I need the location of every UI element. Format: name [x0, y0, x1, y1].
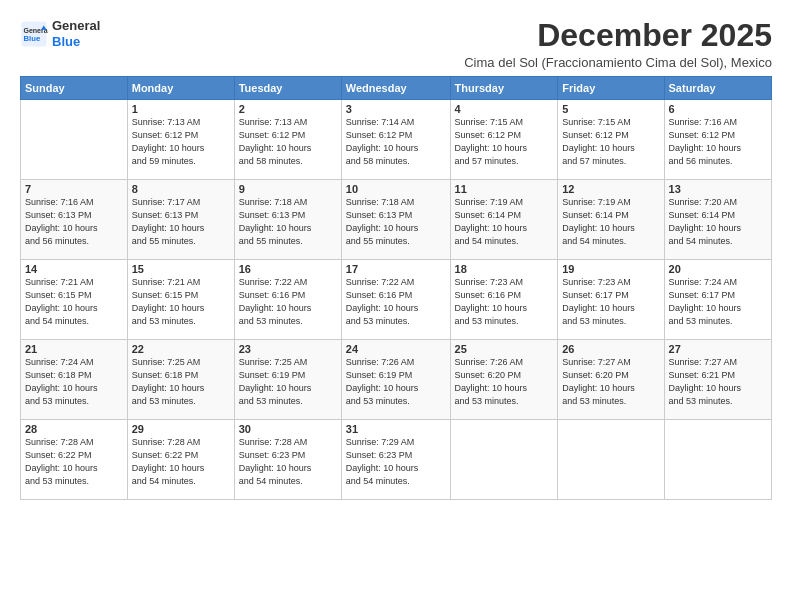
day-info: Sunrise: 7:18 AM Sunset: 6:13 PM Dayligh…	[239, 196, 337, 248]
calendar-cell: 7Sunrise: 7:16 AM Sunset: 6:13 PM Daylig…	[21, 180, 128, 260]
calendar-week-5: 28Sunrise: 7:28 AM Sunset: 6:22 PM Dayli…	[21, 420, 772, 500]
day-info: Sunrise: 7:24 AM Sunset: 6:18 PM Dayligh…	[25, 356, 123, 408]
calendar-cell: 3Sunrise: 7:14 AM Sunset: 6:12 PM Daylig…	[341, 100, 450, 180]
day-number: 27	[669, 343, 767, 355]
day-info: Sunrise: 7:29 AM Sunset: 6:23 PM Dayligh…	[346, 436, 446, 488]
day-header-wednesday: Wednesday	[341, 77, 450, 100]
calendar-cell: 15Sunrise: 7:21 AM Sunset: 6:15 PM Dayli…	[127, 260, 234, 340]
day-info: Sunrise: 7:26 AM Sunset: 6:20 PM Dayligh…	[455, 356, 554, 408]
day-number: 16	[239, 263, 337, 275]
day-info: Sunrise: 7:28 AM Sunset: 6:23 PM Dayligh…	[239, 436, 337, 488]
day-info: Sunrise: 7:27 AM Sunset: 6:21 PM Dayligh…	[669, 356, 767, 408]
day-info: Sunrise: 7:23 AM Sunset: 6:17 PM Dayligh…	[562, 276, 659, 328]
day-number: 23	[239, 343, 337, 355]
calendar-header-row: SundayMondayTuesdayWednesdayThursdayFrid…	[21, 77, 772, 100]
day-header-friday: Friday	[558, 77, 664, 100]
calendar-cell: 31Sunrise: 7:29 AM Sunset: 6:23 PM Dayli…	[341, 420, 450, 500]
calendar-cell	[664, 420, 771, 500]
calendar-week-2: 7Sunrise: 7:16 AM Sunset: 6:13 PM Daylig…	[21, 180, 772, 260]
calendar-cell: 1Sunrise: 7:13 AM Sunset: 6:12 PM Daylig…	[127, 100, 234, 180]
day-info: Sunrise: 7:14 AM Sunset: 6:12 PM Dayligh…	[346, 116, 446, 168]
calendar-cell: 14Sunrise: 7:21 AM Sunset: 6:15 PM Dayli…	[21, 260, 128, 340]
day-info: Sunrise: 7:20 AM Sunset: 6:14 PM Dayligh…	[669, 196, 767, 248]
calendar-cell: 20Sunrise: 7:24 AM Sunset: 6:17 PM Dayli…	[664, 260, 771, 340]
location-subtitle: Cima del Sol (Fraccionamiento Cima del S…	[464, 55, 772, 70]
calendar-cell: 2Sunrise: 7:13 AM Sunset: 6:12 PM Daylig…	[234, 100, 341, 180]
day-info: Sunrise: 7:13 AM Sunset: 6:12 PM Dayligh…	[239, 116, 337, 168]
calendar-cell: 16Sunrise: 7:22 AM Sunset: 6:16 PM Dayli…	[234, 260, 341, 340]
day-header-tuesday: Tuesday	[234, 77, 341, 100]
day-info: Sunrise: 7:28 AM Sunset: 6:22 PM Dayligh…	[132, 436, 230, 488]
calendar-cell: 28Sunrise: 7:28 AM Sunset: 6:22 PM Dayli…	[21, 420, 128, 500]
calendar-week-3: 14Sunrise: 7:21 AM Sunset: 6:15 PM Dayli…	[21, 260, 772, 340]
day-info: Sunrise: 7:18 AM Sunset: 6:13 PM Dayligh…	[346, 196, 446, 248]
day-number: 20	[669, 263, 767, 275]
day-number: 7	[25, 183, 123, 195]
logo: General Blue General Blue	[20, 18, 100, 49]
calendar-week-4: 21Sunrise: 7:24 AM Sunset: 6:18 PM Dayli…	[21, 340, 772, 420]
day-info: Sunrise: 7:19 AM Sunset: 6:14 PM Dayligh…	[455, 196, 554, 248]
day-number: 22	[132, 343, 230, 355]
day-header-sunday: Sunday	[21, 77, 128, 100]
calendar-cell: 5Sunrise: 7:15 AM Sunset: 6:12 PM Daylig…	[558, 100, 664, 180]
day-number: 17	[346, 263, 446, 275]
day-number: 21	[25, 343, 123, 355]
calendar-cell	[21, 100, 128, 180]
day-number: 29	[132, 423, 230, 435]
day-info: Sunrise: 7:28 AM Sunset: 6:22 PM Dayligh…	[25, 436, 123, 488]
calendar-cell: 18Sunrise: 7:23 AM Sunset: 6:16 PM Dayli…	[450, 260, 558, 340]
calendar-cell: 19Sunrise: 7:23 AM Sunset: 6:17 PM Dayli…	[558, 260, 664, 340]
calendar-cell	[450, 420, 558, 500]
day-info: Sunrise: 7:23 AM Sunset: 6:16 PM Dayligh…	[455, 276, 554, 328]
calendar-cell: 22Sunrise: 7:25 AM Sunset: 6:18 PM Dayli…	[127, 340, 234, 420]
day-info: Sunrise: 7:16 AM Sunset: 6:12 PM Dayligh…	[669, 116, 767, 168]
day-number: 14	[25, 263, 123, 275]
day-info: Sunrise: 7:19 AM Sunset: 6:14 PM Dayligh…	[562, 196, 659, 248]
day-info: Sunrise: 7:25 AM Sunset: 6:19 PM Dayligh…	[239, 356, 337, 408]
day-number: 10	[346, 183, 446, 195]
logo-icon: General Blue	[20, 20, 48, 48]
day-info: Sunrise: 7:22 AM Sunset: 6:16 PM Dayligh…	[346, 276, 446, 328]
day-number: 30	[239, 423, 337, 435]
day-info: Sunrise: 7:13 AM Sunset: 6:12 PM Dayligh…	[132, 116, 230, 168]
day-number: 13	[669, 183, 767, 195]
day-header-monday: Monday	[127, 77, 234, 100]
day-number: 3	[346, 103, 446, 115]
calendar-cell: 17Sunrise: 7:22 AM Sunset: 6:16 PM Dayli…	[341, 260, 450, 340]
svg-text:Blue: Blue	[24, 34, 41, 43]
title-block: December 2025 Cima del Sol (Fraccionamie…	[464, 18, 772, 70]
day-number: 1	[132, 103, 230, 115]
day-number: 12	[562, 183, 659, 195]
day-number: 15	[132, 263, 230, 275]
day-info: Sunrise: 7:16 AM Sunset: 6:13 PM Dayligh…	[25, 196, 123, 248]
day-info: Sunrise: 7:24 AM Sunset: 6:17 PM Dayligh…	[669, 276, 767, 328]
calendar-table: SundayMondayTuesdayWednesdayThursdayFrid…	[20, 76, 772, 500]
calendar-cell: 12Sunrise: 7:19 AM Sunset: 6:14 PM Dayli…	[558, 180, 664, 260]
calendar-page: General Blue General Blue December 2025 …	[0, 0, 792, 612]
logo-text-blue: Blue	[52, 34, 100, 50]
day-info: Sunrise: 7:27 AM Sunset: 6:20 PM Dayligh…	[562, 356, 659, 408]
header: General Blue General Blue December 2025 …	[20, 18, 772, 70]
calendar-cell: 13Sunrise: 7:20 AM Sunset: 6:14 PM Dayli…	[664, 180, 771, 260]
calendar-cell: 25Sunrise: 7:26 AM Sunset: 6:20 PM Dayli…	[450, 340, 558, 420]
calendar-cell: 9Sunrise: 7:18 AM Sunset: 6:13 PM Daylig…	[234, 180, 341, 260]
day-number: 8	[132, 183, 230, 195]
day-info: Sunrise: 7:21 AM Sunset: 6:15 PM Dayligh…	[132, 276, 230, 328]
calendar-cell: 26Sunrise: 7:27 AM Sunset: 6:20 PM Dayli…	[558, 340, 664, 420]
calendar-cell: 29Sunrise: 7:28 AM Sunset: 6:22 PM Dayli…	[127, 420, 234, 500]
calendar-week-1: 1Sunrise: 7:13 AM Sunset: 6:12 PM Daylig…	[21, 100, 772, 180]
calendar-cell: 23Sunrise: 7:25 AM Sunset: 6:19 PM Dayli…	[234, 340, 341, 420]
day-number: 31	[346, 423, 446, 435]
day-info: Sunrise: 7:22 AM Sunset: 6:16 PM Dayligh…	[239, 276, 337, 328]
calendar-cell: 6Sunrise: 7:16 AM Sunset: 6:12 PM Daylig…	[664, 100, 771, 180]
day-number: 6	[669, 103, 767, 115]
calendar-cell: 30Sunrise: 7:28 AM Sunset: 6:23 PM Dayli…	[234, 420, 341, 500]
logo-text-general: General	[52, 18, 100, 34]
day-number: 25	[455, 343, 554, 355]
day-number: 19	[562, 263, 659, 275]
calendar-cell: 4Sunrise: 7:15 AM Sunset: 6:12 PM Daylig…	[450, 100, 558, 180]
calendar-cell: 27Sunrise: 7:27 AM Sunset: 6:21 PM Dayli…	[664, 340, 771, 420]
day-header-saturday: Saturday	[664, 77, 771, 100]
day-number: 28	[25, 423, 123, 435]
day-info: Sunrise: 7:21 AM Sunset: 6:15 PM Dayligh…	[25, 276, 123, 328]
